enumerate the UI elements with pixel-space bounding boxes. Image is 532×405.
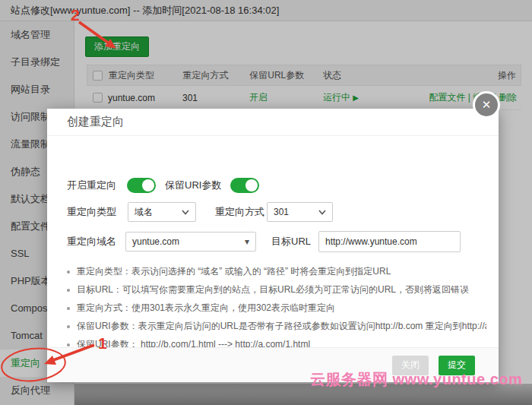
redirect-domain-select[interactable]: yuntue.com ▾ (125, 232, 256, 252)
note-line: 目标URL：可以填写你需要重定向到的站点，目标URL必须为可正常访问的URL，否… (67, 280, 486, 299)
keep-uri-toggle[interactable] (230, 178, 259, 193)
modal-body: 开启重定向 保留URI参数 重定向类型 域名 重定向方式 301 (47, 136, 499, 347)
redirect-method-select[interactable]: 301 (267, 202, 333, 222)
redirect-domain-value: yuntue.com (132, 236, 179, 247)
watermark-text: 云服务器网 www.yuntue.com (310, 369, 522, 390)
enable-redirect-label: 开启重定向 (67, 179, 127, 192)
toggle-knob (245, 179, 258, 191)
redirect-domain-label: 重定向域名 (67, 235, 125, 248)
toggle-knob (142, 179, 154, 191)
chevron-down-icon (182, 210, 189, 215)
redirect-method-label: 重定向方式 (215, 205, 267, 219)
close-icon[interactable]: ✕ (473, 91, 500, 119)
keep-uri-label: 保留URI参数 (165, 179, 230, 192)
redirect-type-select[interactable]: 域名 (128, 202, 196, 222)
note-line: 重定向方式：使用301表示永久重定向，使用302表示临时重定向 (67, 299, 486, 317)
note-line: 保留URI参数：表示重定向后访问的URL是否带有子路径或参数如设置访问http:… (67, 317, 486, 335)
screen: 站点修改[www.yuntue.com] -- 添加时间[2021-08-18 … (0, 0, 532, 405)
dropdown-arrow-icon: ▾ (245, 236, 249, 247)
create-redirect-modal: ✕ 创建重定向 开启重定向 保留URI参数 重定向类型 域名 重定向方式 (47, 109, 499, 382)
redirect-type-label: 重定向类型 (67, 205, 128, 219)
target-url-label: 目标URL (271, 235, 318, 248)
redirect-type-value: 域名 (135, 206, 153, 219)
modal-title: 创建重定向 (67, 115, 124, 129)
chevron-down-icon (318, 210, 326, 215)
enable-redirect-toggle[interactable] (127, 178, 156, 193)
redirect-method-value: 301 (274, 207, 289, 217)
modal-header: 创建重定向 (47, 109, 499, 136)
note-line: 重定向类型：表示访问选择的 “域名” 或输入的 “路径” 时将会重定向到指定UR… (67, 262, 486, 280)
target-url-input[interactable] (318, 231, 461, 252)
annotation-step-2: 2 (71, 6, 80, 24)
annotation-step-1: 1 (98, 334, 107, 353)
